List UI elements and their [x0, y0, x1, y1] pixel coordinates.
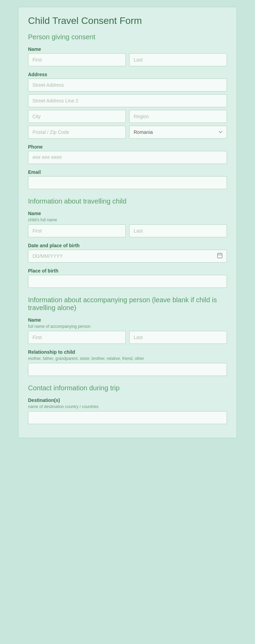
consent-giver-address-label: Address	[28, 72, 227, 77]
child-name-sublabel: child's full name	[28, 218, 227, 222]
relationship-input[interactable]	[28, 363, 227, 376]
section-child-info-title: Information about travelling child	[28, 197, 227, 205]
consent-giver-name-row	[28, 53, 227, 66]
region-input[interactable]	[129, 110, 227, 123]
country-select[interactable]: Romania	[129, 126, 227, 139]
consent-giver-last-name-input[interactable]	[129, 53, 227, 66]
relationship-label: Relationship to child	[28, 349, 227, 355]
relationship-sublabel: mother, father, grandparent, sister, bro…	[28, 356, 227, 361]
child-name-row	[28, 224, 227, 237]
consent-giver-email-group: Email	[28, 169, 227, 189]
country-wrapper: Romania	[129, 126, 227, 139]
child-pob-label: Place of birth	[28, 268, 227, 274]
destinations-input[interactable]	[28, 411, 227, 424]
form-container: Child Travel Consent Form Person giving …	[18, 7, 237, 438]
section-consent-giver-title: Person giving consent	[28, 33, 227, 41]
child-first-name-wrapper	[28, 224, 126, 237]
phone-input[interactable]	[28, 151, 227, 164]
child-dob-wrapper	[28, 250, 227, 263]
destinations-group: Destination(s) name of destination count…	[28, 397, 227, 424]
child-name-group: Name child's full name	[28, 211, 227, 237]
section-consent-giver: Person giving consent	[28, 33, 227, 41]
consent-giver-email-label: Email	[28, 169, 227, 175]
consent-giver-phone-label: Phone	[28, 144, 227, 150]
child-dob-group: Date and place of birth	[28, 243, 227, 263]
street-address-line2-input[interactable]	[28, 94, 227, 107]
city-input[interactable]	[28, 110, 126, 123]
consent-giver-name-group: Name	[28, 46, 227, 66]
child-last-name-wrapper	[129, 224, 227, 237]
accompanying-last-name-wrapper	[129, 331, 227, 344]
child-pob-input[interactable]	[28, 275, 227, 288]
postal-input[interactable]	[28, 126, 126, 139]
child-last-name-input[interactable]	[129, 224, 227, 237]
child-dob-input[interactable]	[28, 250, 227, 263]
child-first-name-input[interactable]	[28, 224, 126, 237]
email-input[interactable]	[28, 176, 227, 189]
accompanying-first-name-wrapper	[28, 331, 126, 344]
form-title: Child Travel Consent Form	[28, 15, 227, 26]
relationship-group: Relationship to child mother, father, gr…	[28, 349, 227, 376]
section-contact-info: Contact information during trip	[28, 384, 227, 392]
consent-giver-name-label: Name	[28, 46, 227, 52]
destinations-label: Destination(s)	[28, 397, 227, 403]
child-pob-group: Place of birth	[28, 268, 227, 288]
accompanying-name-sublabel: full name of accompanying person	[28, 324, 227, 329]
destinations-sublabel: name of destination country / countries	[28, 404, 227, 409]
section-child-info: Information about travelling child	[28, 197, 227, 205]
consent-giver-address-group: Address Romania	[28, 72, 227, 139]
section-contact-title: Contact information during trip	[28, 384, 227, 392]
section-accompanying-title: Information about accompanying person (l…	[28, 296, 227, 312]
consent-giver-first-name-input[interactable]	[28, 53, 126, 66]
consent-giver-last-name-wrapper	[129, 53, 227, 66]
city-wrapper	[28, 110, 126, 123]
accompanying-name-row	[28, 331, 227, 344]
child-name-label: Name	[28, 211, 227, 216]
region-wrapper	[129, 110, 227, 123]
consent-giver-phone-group: Phone	[28, 144, 227, 164]
accompanying-first-name-input[interactable]	[28, 331, 126, 344]
child-dob-label: Date and place of birth	[28, 243, 227, 248]
consent-giver-first-name-wrapper	[28, 53, 126, 66]
postal-country-row: Romania	[28, 126, 227, 139]
street-address-input[interactable]	[28, 79, 227, 92]
accompanying-name-label: Name	[28, 317, 227, 323]
city-region-row	[28, 110, 227, 123]
postal-wrapper	[28, 126, 126, 139]
section-accompanying-person: Information about accompanying person (l…	[28, 296, 227, 312]
accompanying-last-name-input[interactable]	[129, 331, 227, 344]
accompanying-name-group: Name full name of accompanying person	[28, 317, 227, 344]
